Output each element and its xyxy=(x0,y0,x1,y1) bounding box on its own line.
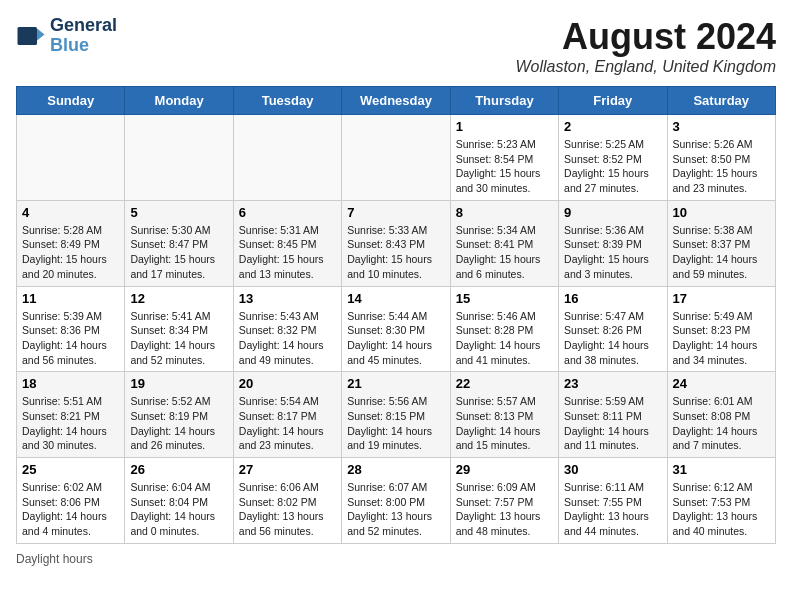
svg-rect-0 xyxy=(18,27,38,45)
day-number: 16 xyxy=(564,291,661,306)
day-number: 17 xyxy=(673,291,770,306)
day-number: 23 xyxy=(564,376,661,391)
calendar-day-cell: 27Sunrise: 6:06 AMSunset: 8:02 PMDayligh… xyxy=(233,458,341,544)
day-number: 22 xyxy=(456,376,553,391)
calendar-day-cell: 6Sunrise: 5:31 AMSunset: 8:45 PMDaylight… xyxy=(233,200,341,286)
day-info: Sunrise: 6:06 AMSunset: 8:02 PMDaylight:… xyxy=(239,480,336,539)
day-info: Sunrise: 5:36 AMSunset: 8:39 PMDaylight:… xyxy=(564,223,661,282)
calendar-day-cell: 15Sunrise: 5:46 AMSunset: 8:28 PMDayligh… xyxy=(450,286,558,372)
page-header: General Blue August 2024 Wollaston, Engl… xyxy=(16,16,776,76)
day-info: Sunrise: 5:57 AMSunset: 8:13 PMDaylight:… xyxy=(456,394,553,453)
day-number: 25 xyxy=(22,462,119,477)
calendar-week-row: 11Sunrise: 5:39 AMSunset: 8:36 PMDayligh… xyxy=(17,286,776,372)
day-number: 10 xyxy=(673,205,770,220)
calendar-day-cell xyxy=(233,115,341,201)
calendar-day-cell: 19Sunrise: 5:52 AMSunset: 8:19 PMDayligh… xyxy=(125,372,233,458)
calendar-day-cell: 20Sunrise: 5:54 AMSunset: 8:17 PMDayligh… xyxy=(233,372,341,458)
calendar-day-cell: 30Sunrise: 6:11 AMSunset: 7:55 PMDayligh… xyxy=(559,458,667,544)
calendar-header-day: Tuesday xyxy=(233,87,341,115)
month-year: August 2024 xyxy=(515,16,776,58)
calendar-day-cell: 21Sunrise: 5:56 AMSunset: 8:15 PMDayligh… xyxy=(342,372,450,458)
calendar-day-cell: 22Sunrise: 5:57 AMSunset: 8:13 PMDayligh… xyxy=(450,372,558,458)
title-block: August 2024 Wollaston, England, United K… xyxy=(515,16,776,76)
day-info: Sunrise: 5:44 AMSunset: 8:30 PMDaylight:… xyxy=(347,309,444,368)
day-number: 13 xyxy=(239,291,336,306)
day-info: Sunrise: 6:07 AMSunset: 8:00 PMDaylight:… xyxy=(347,480,444,539)
calendar-day-cell: 12Sunrise: 5:41 AMSunset: 8:34 PMDayligh… xyxy=(125,286,233,372)
calendar-day-cell: 3Sunrise: 5:26 AMSunset: 8:50 PMDaylight… xyxy=(667,115,775,201)
calendar-day-cell: 23Sunrise: 5:59 AMSunset: 8:11 PMDayligh… xyxy=(559,372,667,458)
calendar-body: 1Sunrise: 5:23 AMSunset: 8:54 PMDaylight… xyxy=(17,115,776,544)
day-number: 30 xyxy=(564,462,661,477)
calendar-day-cell: 2Sunrise: 5:25 AMSunset: 8:52 PMDaylight… xyxy=(559,115,667,201)
day-number: 20 xyxy=(239,376,336,391)
location: Wollaston, England, United Kingdom xyxy=(515,58,776,76)
logo-text: General Blue xyxy=(50,16,117,56)
day-info: Sunrise: 5:30 AMSunset: 8:47 PMDaylight:… xyxy=(130,223,227,282)
calendar-day-cell: 28Sunrise: 6:07 AMSunset: 8:00 PMDayligh… xyxy=(342,458,450,544)
day-number: 31 xyxy=(673,462,770,477)
day-info: Sunrise: 6:12 AMSunset: 7:53 PMDaylight:… xyxy=(673,480,770,539)
day-number: 14 xyxy=(347,291,444,306)
day-info: Sunrise: 5:51 AMSunset: 8:21 PMDaylight:… xyxy=(22,394,119,453)
calendar-week-row: 4Sunrise: 5:28 AMSunset: 8:49 PMDaylight… xyxy=(17,200,776,286)
day-number: 29 xyxy=(456,462,553,477)
day-number: 11 xyxy=(22,291,119,306)
calendar-header-day: Friday xyxy=(559,87,667,115)
svg-marker-1 xyxy=(37,28,45,40)
calendar-day-cell: 31Sunrise: 6:12 AMSunset: 7:53 PMDayligh… xyxy=(667,458,775,544)
calendar-day-cell xyxy=(125,115,233,201)
day-number: 3 xyxy=(673,119,770,134)
day-info: Sunrise: 5:33 AMSunset: 8:43 PMDaylight:… xyxy=(347,223,444,282)
calendar-day-cell: 18Sunrise: 5:51 AMSunset: 8:21 PMDayligh… xyxy=(17,372,125,458)
calendar-day-cell: 4Sunrise: 5:28 AMSunset: 8:49 PMDaylight… xyxy=(17,200,125,286)
logo: General Blue xyxy=(16,16,117,56)
day-number: 26 xyxy=(130,462,227,477)
day-number: 5 xyxy=(130,205,227,220)
day-info: Sunrise: 5:54 AMSunset: 8:17 PMDaylight:… xyxy=(239,394,336,453)
calendar-day-cell: 25Sunrise: 6:02 AMSunset: 8:06 PMDayligh… xyxy=(17,458,125,544)
day-number: 8 xyxy=(456,205,553,220)
day-info: Sunrise: 5:26 AMSunset: 8:50 PMDaylight:… xyxy=(673,137,770,196)
day-info: Sunrise: 5:38 AMSunset: 8:37 PMDaylight:… xyxy=(673,223,770,282)
calendar-header-day: Thursday xyxy=(450,87,558,115)
day-info: Sunrise: 6:09 AMSunset: 7:57 PMDaylight:… xyxy=(456,480,553,539)
day-number: 15 xyxy=(456,291,553,306)
day-number: 12 xyxy=(130,291,227,306)
day-number: 18 xyxy=(22,376,119,391)
calendar-day-cell: 1Sunrise: 5:23 AMSunset: 8:54 PMDaylight… xyxy=(450,115,558,201)
day-number: 4 xyxy=(22,205,119,220)
calendar-day-cell: 5Sunrise: 5:30 AMSunset: 8:47 PMDaylight… xyxy=(125,200,233,286)
day-info: Sunrise: 5:43 AMSunset: 8:32 PMDaylight:… xyxy=(239,309,336,368)
day-info: Sunrise: 5:23 AMSunset: 8:54 PMDaylight:… xyxy=(456,137,553,196)
calendar-day-cell: 14Sunrise: 5:44 AMSunset: 8:30 PMDayligh… xyxy=(342,286,450,372)
calendar-day-cell: 26Sunrise: 6:04 AMSunset: 8:04 PMDayligh… xyxy=(125,458,233,544)
day-info: Sunrise: 5:25 AMSunset: 8:52 PMDaylight:… xyxy=(564,137,661,196)
calendar-header-day: Wednesday xyxy=(342,87,450,115)
calendar-header-day: Monday xyxy=(125,87,233,115)
calendar-day-cell: 16Sunrise: 5:47 AMSunset: 8:26 PMDayligh… xyxy=(559,286,667,372)
day-info: Sunrise: 5:52 AMSunset: 8:19 PMDaylight:… xyxy=(130,394,227,453)
day-info: Sunrise: 5:46 AMSunset: 8:28 PMDaylight:… xyxy=(456,309,553,368)
calendar-table: SundayMondayTuesdayWednesdayThursdayFrid… xyxy=(16,86,776,544)
calendar-day-cell: 8Sunrise: 5:34 AMSunset: 8:41 PMDaylight… xyxy=(450,200,558,286)
day-info: Sunrise: 5:39 AMSunset: 8:36 PMDaylight:… xyxy=(22,309,119,368)
footer-text: Daylight hours xyxy=(16,552,93,566)
day-info: Sunrise: 5:34 AMSunset: 8:41 PMDaylight:… xyxy=(456,223,553,282)
calendar-day-cell: 7Sunrise: 5:33 AMSunset: 8:43 PMDaylight… xyxy=(342,200,450,286)
day-info: Sunrise: 6:11 AMSunset: 7:55 PMDaylight:… xyxy=(564,480,661,539)
calendar-day-cell xyxy=(342,115,450,201)
day-number: 21 xyxy=(347,376,444,391)
day-info: Sunrise: 5:56 AMSunset: 8:15 PMDaylight:… xyxy=(347,394,444,453)
calendar-day-cell: 24Sunrise: 6:01 AMSunset: 8:08 PMDayligh… xyxy=(667,372,775,458)
day-number: 9 xyxy=(564,205,661,220)
calendar-day-cell xyxy=(17,115,125,201)
logo-icon xyxy=(16,21,46,51)
day-info: Sunrise: 5:41 AMSunset: 8:34 PMDaylight:… xyxy=(130,309,227,368)
calendar-week-row: 25Sunrise: 6:02 AMSunset: 8:06 PMDayligh… xyxy=(17,458,776,544)
day-number: 28 xyxy=(347,462,444,477)
calendar-week-row: 18Sunrise: 5:51 AMSunset: 8:21 PMDayligh… xyxy=(17,372,776,458)
day-info: Sunrise: 6:04 AMSunset: 8:04 PMDaylight:… xyxy=(130,480,227,539)
calendar-footer: Daylight hours xyxy=(16,552,776,566)
day-number: 27 xyxy=(239,462,336,477)
